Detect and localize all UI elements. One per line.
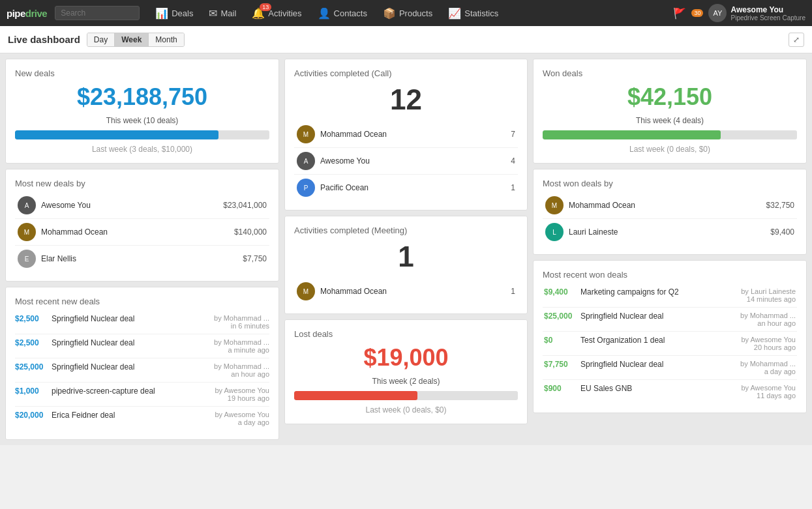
won-amount: $0 xyxy=(544,336,577,345)
nav-item-contacts[interactable]: 👤 Contacts xyxy=(311,0,374,26)
new-deals-card: New deals $23,188,750 This week (10 deal… xyxy=(5,59,279,164)
activities-call-count: 12 xyxy=(294,83,518,116)
won-meta: by Lauri Laineste14 minutes ago xyxy=(724,287,796,303)
most-recent-won-deals-list: $9,400 Marketing campaigns for Q2 by Lau… xyxy=(543,284,797,403)
nav-label-deals: Deals xyxy=(172,8,193,18)
lost-deals-amount: $19,000 xyxy=(294,344,518,371)
won-name: Marketing campaigns for Q2 xyxy=(580,287,720,297)
activities-call-title: Activities completed (Call) xyxy=(294,68,518,78)
won-name: Test Organization 1 deal xyxy=(580,336,720,345)
expand-button[interactable]: ⤢ xyxy=(789,33,804,47)
user-subtitle: Pipedrive Screen Capture xyxy=(730,14,805,22)
deal-name: Springfield Nuclear deal xyxy=(52,338,207,347)
list-item: $1,000 pipedrive-screen-capture deal by … xyxy=(15,383,269,407)
won-name: EU Sales GNB xyxy=(580,384,720,393)
deal-amount: $20,000 xyxy=(15,411,48,420)
person-value: 1 xyxy=(511,287,515,296)
mail-icon: ✉ xyxy=(209,7,217,20)
deal-meta: by Awesome Youa day ago xyxy=(211,411,269,426)
most-recent-won-deals-card: Most recent won deals $9,400 Marketing c… xyxy=(533,260,807,413)
won-deals-bar xyxy=(543,130,721,139)
main-grid: New deals $23,188,750 This week (10 deal… xyxy=(0,53,812,445)
deal-amount: $25,000 xyxy=(15,362,48,371)
won-name: Springfield Nuclear deal xyxy=(580,360,720,369)
nav-label-mail: Mail xyxy=(220,8,236,18)
list-item: $2,500 Springfield Nuclear deal by Moham… xyxy=(15,310,269,334)
person-name: Pacific Ocean xyxy=(320,183,511,192)
won-deals-footer: Last week (0 deals, $0) xyxy=(543,145,797,154)
person-avatar: L xyxy=(545,223,564,241)
person-value: 1 xyxy=(511,183,515,192)
page-title: Live dashboard xyxy=(8,34,80,45)
search-input[interactable] xyxy=(55,6,140,20)
new-deals-bar xyxy=(15,130,218,139)
deal-amount: $2,500 xyxy=(15,314,48,323)
new-deals-title: New deals xyxy=(15,68,269,78)
person-avatar: A xyxy=(297,152,315,170)
most-won-deals-list: M Mohammad Ocean $32,750 L Lauri Lainest… xyxy=(543,192,797,245)
period-month[interactable]: Month xyxy=(149,33,183,46)
col-middle: Activities completed (Call) 12 M Mohamma… xyxy=(284,59,528,440)
header-bar: Live dashboard Day Week Month ⤢ xyxy=(0,26,812,53)
won-amount: $25,000 xyxy=(544,312,577,321)
nav-item-activities[interactable]: 🔔 13 Activities xyxy=(245,0,308,26)
person-value: 7 xyxy=(511,130,515,139)
period-week[interactable]: Week xyxy=(115,33,149,46)
deal-name: Erica Feidner deal xyxy=(52,411,207,420)
person-name: Mohammad Ocean xyxy=(320,130,511,139)
person-name: Awesome You xyxy=(320,156,511,166)
activities-badge: 13 xyxy=(260,3,271,11)
list-item: M Mohammad Ocean 1 xyxy=(294,278,518,304)
nav-item-deals[interactable]: 📊 Deals xyxy=(149,0,200,26)
person-value: $23,041,000 xyxy=(223,201,267,210)
list-item: $7,750 Springfield Nuclear deal by Moham… xyxy=(543,356,797,380)
deal-amount: $2,500 xyxy=(15,338,48,347)
won-amount: $9,400 xyxy=(544,287,577,297)
person-value: $9,400 xyxy=(770,227,794,237)
won-deals-card: Won deals $42,150 This week (4 deals) La… xyxy=(533,59,807,164)
list-item: $900 EU Sales GNB by Awesome You11 days … xyxy=(543,380,797,403)
person-name: Awesome You xyxy=(41,201,223,210)
person-value: $7,750 xyxy=(243,254,267,263)
list-item: $25,000 Springfield Nuclear deal by Moha… xyxy=(15,358,269,383)
nav-label-activities: Activities xyxy=(268,8,301,18)
nav-item-products[interactable]: 📦 Products xyxy=(376,0,439,26)
activities-meeting-count: 1 xyxy=(294,240,518,273)
person-value: 4 xyxy=(511,156,515,166)
most-new-deals-list: A Awesome You $23,041,000 M Mohammad Oce… xyxy=(15,192,269,272)
list-item: A Awesome You 4 xyxy=(294,148,518,175)
lost-deals-title: Lost deals xyxy=(294,329,518,339)
new-deals-amount: $23,188,750 xyxy=(15,83,269,111)
products-icon: 📦 xyxy=(383,7,396,20)
deal-meta: by Mohammad ...in 6 minutes xyxy=(211,314,269,330)
most-recent-new-deals-title: Most recent new deals xyxy=(15,297,269,306)
activities-meeting-title: Activities completed (Meeting) xyxy=(294,225,518,235)
period-day[interactable]: Day xyxy=(87,33,115,46)
nav-item-statistics[interactable]: 📈 Statistics xyxy=(442,0,505,26)
won-meta: by Mohammad ...an hour ago xyxy=(724,312,796,327)
deal-amount: $1,000 xyxy=(15,386,48,396)
activities-call-card: Activities completed (Call) 12 M Mohamma… xyxy=(284,59,528,211)
deals-icon: 📊 xyxy=(155,7,168,20)
won-name: Springfield Nuclear deal xyxy=(580,312,720,321)
nav-label-statistics: Statistics xyxy=(464,8,498,18)
nav-label-products: Products xyxy=(399,8,432,18)
list-item: L Lauri Laineste $9,400 xyxy=(543,219,797,245)
nav-user[interactable]: AY Awesome You Pipedrive Screen Capture xyxy=(708,4,805,22)
person-name: Elar Nellis xyxy=(41,254,243,263)
person-name: Mohammad Ocean xyxy=(41,227,234,237)
list-item: $9,400 Marketing campaigns for Q2 by Lau… xyxy=(543,284,797,308)
deal-meta: by Mohammad ...an hour ago xyxy=(211,362,269,378)
period-buttons: Day Week Month xyxy=(87,33,185,47)
list-item: M Mohammad Ocean $140,000 xyxy=(15,219,269,246)
flag-icon: 🚩 xyxy=(673,7,686,20)
won-deals-amount: $42,150 xyxy=(543,83,797,111)
lost-deals-card: Lost deals $19,000 This week (2 deals) L… xyxy=(284,319,528,424)
person-avatar: A xyxy=(18,196,36,214)
nav-item-mail[interactable]: ✉ Mail xyxy=(202,0,243,26)
deal-name: Springfield Nuclear deal xyxy=(52,362,207,371)
list-item: $25,000 Springfield Nuclear deal by Moha… xyxy=(543,308,797,332)
person-name: Lauri Laineste xyxy=(569,227,770,237)
person-value: $140,000 xyxy=(234,227,267,237)
deal-meta: by Awesome You19 hours ago xyxy=(211,386,269,402)
